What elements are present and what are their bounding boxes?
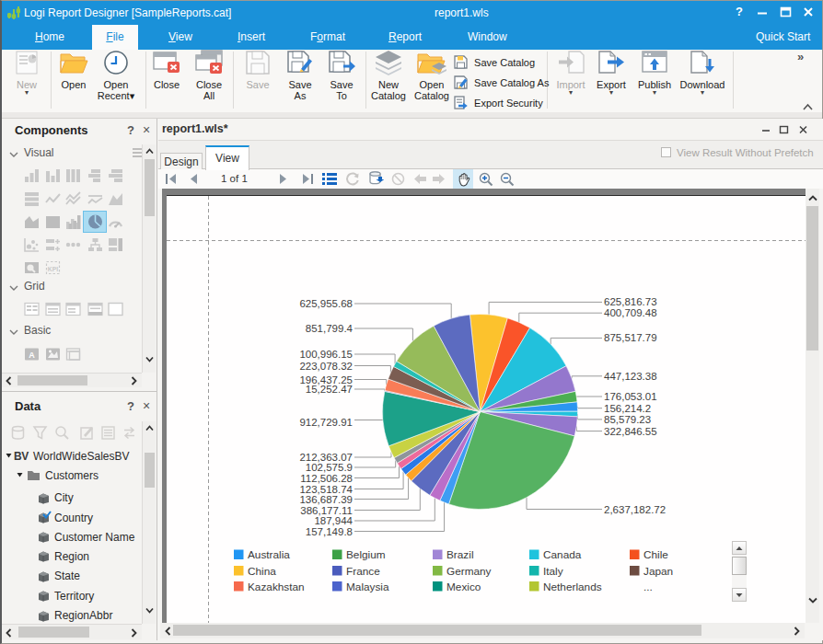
svg-text:Chile: Chile	[643, 548, 668, 561]
svg-text:625,955.68: 625,955.68	[299, 298, 353, 309]
svg-text:KPI: KPI	[47, 265, 57, 271]
svg-text:136,687.39: 136,687.39	[299, 494, 353, 505]
svg-text:2,637,182.72: 2,637,182.72	[604, 504, 666, 515]
svg-text:Japan: Japan	[643, 565, 673, 578]
svg-text:625,816.73: 625,816.73	[604, 296, 657, 307]
svg-text:851,799.4: 851,799.4	[306, 323, 354, 334]
svg-text:China: China	[248, 565, 276, 578]
svg-text:Mexico: Mexico	[446, 581, 481, 593]
svg-text:223,078.32: 223,078.32	[299, 361, 353, 372]
svg-text:156,214.2: 156,214.2	[604, 403, 651, 414]
svg-text:Brazil: Brazil	[446, 548, 474, 561]
svg-text:100,996.15: 100,996.15	[299, 349, 353, 360]
svg-text:85,579.23: 85,579.23	[604, 414, 651, 425]
svg-text:Italy: Italy	[543, 565, 563, 578]
svg-text:Canada: Canada	[543, 548, 582, 561]
svg-text:322,846.55: 322,846.55	[604, 426, 657, 437]
svg-text:400,709.48: 400,709.48	[604, 307, 657, 318]
svg-text:Kazakhstan: Kazakhstan	[248, 581, 305, 593]
svg-text:Australia: Australia	[248, 548, 290, 561]
svg-text:187,944: 187,944	[314, 515, 353, 526]
svg-text:Germany: Germany	[446, 565, 492, 578]
svg-text:Malaysia: Malaysia	[346, 581, 389, 593]
svg-text:447,123.38: 447,123.38	[604, 371, 657, 382]
svg-text:Belgium: Belgium	[346, 548, 386, 561]
svg-text:...: ...	[643, 581, 653, 593]
svg-text:875,517.79: 875,517.79	[604, 332, 657, 343]
svg-text:Netherlands: Netherlands	[543, 581, 602, 593]
svg-text:112,506.28: 112,506.28	[300, 473, 353, 484]
svg-text:176,053.01: 176,053.01	[604, 391, 657, 402]
svg-text:15,252.47: 15,252.47	[306, 384, 353, 395]
svg-text:912,729.91: 912,729.91	[299, 417, 353, 428]
svg-text:102,575.9: 102,575.9	[306, 462, 353, 473]
svg-text:A: A	[29, 351, 35, 360]
svg-text:386,177.11: 386,177.11	[300, 505, 353, 516]
svg-text:France: France	[346, 565, 380, 578]
svg-text:157,149.8: 157,149.8	[306, 526, 353, 537]
